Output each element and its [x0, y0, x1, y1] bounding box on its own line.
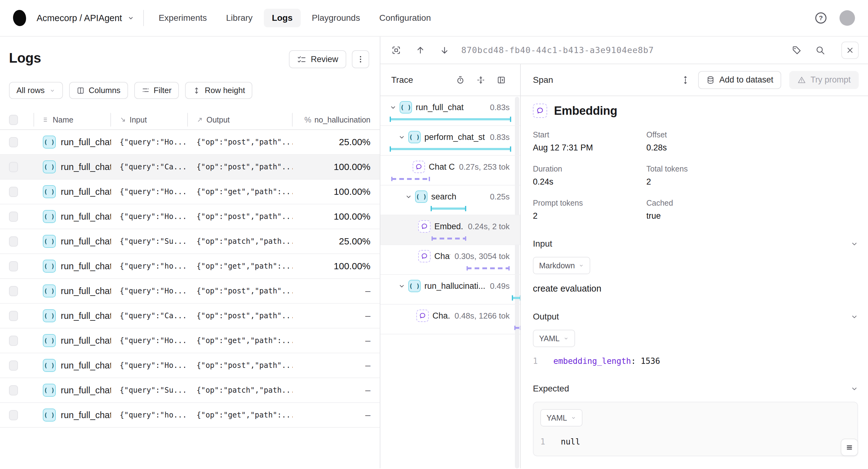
table-row[interactable]: ( ) run_full_chat {"query":"Su... {"op":… [0, 229, 380, 254]
chevron-down-icon[interactable] [398, 133, 406, 141]
trace-tree-row[interactable]: ( ) search 0.25s [380, 185, 520, 215]
row-checkbox-cell[interactable] [0, 236, 34, 246]
resize-vertical-icon[interactable] [681, 76, 690, 85]
collapse-rows-icon[interactable] [476, 76, 486, 85]
project-switcher[interactable]: Acmecorp / APIAgent [37, 13, 134, 23]
timeline-area [390, 235, 511, 241]
row-checkbox-cell[interactable] [0, 410, 34, 420]
expected-format-dropdown[interactable]: YAML [540, 409, 583, 427]
avatar[interactable] [839, 10, 855, 26]
view-options-fab[interactable] [841, 439, 858, 456]
row-checkbox-cell[interactable] [0, 162, 34, 172]
table-row[interactable]: ( ) run_full_chat {"query":"Ho... {"op":… [0, 130, 380, 155]
row-checkbox[interactable] [9, 385, 18, 395]
tab-configuration[interactable]: Configuration [371, 9, 439, 27]
table-row[interactable]: ( ) run_full_chat {"query":"Ca... {"op":… [0, 155, 380, 180]
row-checkbox-cell[interactable] [0, 137, 34, 147]
help-icon[interactable]: ? [815, 12, 827, 24]
review-button[interactable]: Review [289, 50, 346, 68]
top-nav: Acmecorp / APIAgent ExperimentsLibraryLo… [0, 0, 868, 37]
row-checkbox[interactable] [9, 137, 18, 147]
function-icon: ( ) [43, 285, 56, 297]
trace-tree-row[interactable]: ( ) run_full_chat 0.83s [380, 96, 520, 126]
row-name: run_full_chat [61, 385, 111, 395]
row-input: {"query":"ho... [120, 262, 187, 270]
search-icon[interactable] [815, 45, 825, 55]
all-rows-dropdown[interactable]: All rows [9, 82, 63, 99]
table-row[interactable]: ( ) run_full_chat {"query":"Ho... {"op":… [0, 180, 380, 204]
row-checkbox-cell[interactable] [0, 360, 34, 371]
chevron-down-icon[interactable] [389, 103, 397, 111]
chevron-down-icon[interactable] [850, 312, 859, 321]
row-name: run_full_chat [61, 311, 111, 321]
table-row[interactable]: ( ) run_full_chat {"query":"Ho... {"op":… [0, 353, 380, 378]
arrow-down-icon[interactable] [440, 45, 450, 55]
row-checkbox[interactable] [9, 162, 18, 172]
row-checkbox-cell[interactable] [0, 311, 34, 321]
select-all-checkbox-cell[interactable] [0, 113, 34, 126]
filter-button[interactable]: Filter [134, 82, 179, 99]
column-header-output[interactable]: Output [188, 113, 292, 126]
columns-button[interactable]: Columns [69, 82, 128, 99]
row-checkbox[interactable] [9, 410, 18, 420]
focus-frame-icon[interactable] [391, 45, 401, 55]
trace-tree-row[interactable]: ( ) run_hallucinati... 0.49s [380, 275, 520, 304]
trace-tree-row[interactable]: ( ) perform_chat_st... 0.83s [380, 126, 520, 156]
row-score: 100.00% [292, 186, 380, 197]
row-checkbox[interactable] [9, 211, 18, 222]
column-header-input[interactable]: Input [111, 113, 188, 126]
column-header-score[interactable]: % no_hallucination [292, 113, 380, 126]
tab-playgrounds[interactable]: Playgrounds [304, 9, 368, 27]
row-height-button[interactable]: Row height [185, 82, 252, 99]
row-input: {"query":"Ca... [120, 312, 187, 320]
close-button[interactable] [841, 41, 859, 59]
tag-icon[interactable] [792, 45, 802, 55]
input-format-dropdown[interactable]: Markdown [533, 257, 590, 274]
column-header-name[interactable]: Name [34, 113, 111, 126]
row-checkbox-cell[interactable] [0, 335, 34, 346]
trace-tree-row[interactable]: Embed... 0.24s, 2 tok [380, 215, 520, 245]
select-all-checkbox[interactable] [9, 115, 18, 125]
detail-total-tokens: Total tokens2 [646, 165, 859, 187]
row-checkbox[interactable] [9, 236, 18, 246]
row-checkbox[interactable] [9, 286, 18, 296]
row-score: – [292, 410, 380, 420]
table-row[interactable]: ( ) run_full_chat {"query":"Su... {"op":… [0, 378, 380, 403]
row-checkbox[interactable] [9, 261, 18, 271]
function-icon: ( ) [43, 334, 56, 347]
table-row[interactable]: ( ) run_full_chat {"query":"Ho... {"op":… [0, 328, 380, 353]
panel-left-icon[interactable] [497, 76, 506, 85]
tab-library[interactable]: Library [218, 9, 261, 27]
trace-tree-row[interactable]: Cha... 0.48s, 1266 tok [380, 304, 520, 334]
row-checkbox[interactable] [9, 311, 18, 321]
add-to-dataset-button[interactable]: Add to dataset [698, 71, 781, 89]
tab-experiments[interactable]: Experiments [151, 9, 215, 27]
more-options-button[interactable] [352, 50, 369, 68]
row-checkbox-cell[interactable] [0, 261, 34, 271]
stopwatch-icon[interactable] [456, 76, 465, 85]
try-prompt-button[interactable]: Try prompt [789, 71, 859, 89]
chevron-down-icon[interactable] [850, 384, 859, 393]
row-name: run_full_chat [61, 162, 111, 172]
table-row[interactable]: ( ) run_full_chat {"query":"Ho... {"op":… [0, 279, 380, 304]
table-row[interactable]: ( ) run_full_chat {"query":"Ca... {"op":… [0, 304, 380, 328]
row-checkbox-cell[interactable] [0, 385, 34, 395]
row-checkbox-cell[interactable] [0, 187, 34, 197]
input-section-header: Input [533, 239, 859, 249]
tab-logs[interactable]: Logs [264, 9, 301, 27]
chevron-down-icon[interactable] [405, 193, 413, 201]
row-checkbox[interactable] [9, 187, 18, 197]
table-row[interactable]: ( ) run_full_chat {"query":"ho... {"op":… [0, 254, 380, 279]
output-format-dropdown[interactable]: YAML [533, 330, 575, 347]
table-row[interactable]: ( ) run_full_chat {"query":"Ho... {"op":… [0, 204, 380, 229]
chevron-down-icon[interactable] [398, 282, 406, 290]
chevron-down-icon[interactable] [850, 239, 859, 248]
row-checkbox[interactable] [9, 335, 18, 346]
row-checkbox-cell[interactable] [0, 286, 34, 296]
row-checkbox[interactable] [9, 360, 18, 371]
table-row[interactable]: ( ) run_full_chat {"query":"ho... {"op":… [0, 403, 380, 428]
row-checkbox-cell[interactable] [0, 211, 34, 222]
trace-tree-row[interactable]: Chat ... 0.30s, 3054 tok [380, 245, 520, 275]
trace-tree-row[interactable]: Chat C... 0.27s, 253 tok [380, 156, 520, 185]
arrow-up-icon[interactable] [415, 45, 425, 55]
